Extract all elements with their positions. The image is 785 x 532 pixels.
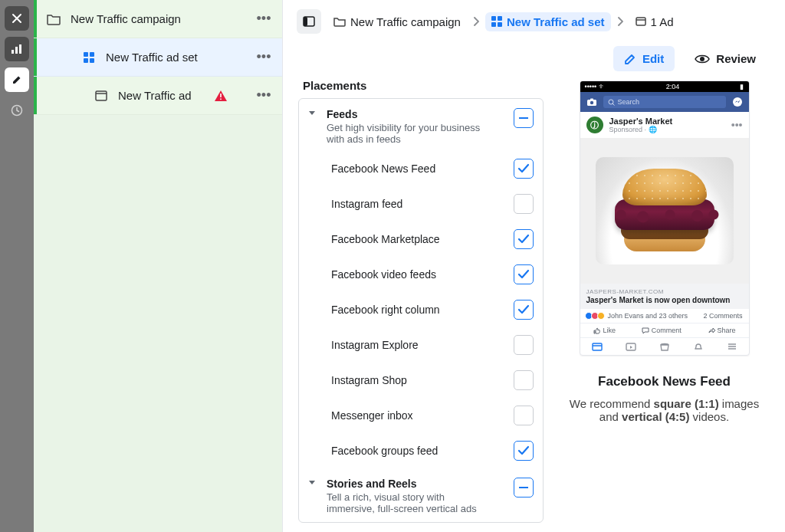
svg-rect-1 xyxy=(15,47,18,54)
check-icon xyxy=(517,234,530,245)
placement-item[interactable]: Facebook groups feed xyxy=(299,433,543,468)
edit-button[interactable]: Edit xyxy=(613,46,675,71)
placements-panel: Feeds Get high visibility for your busin… xyxy=(298,98,544,523)
placement-item[interactable]: Messenger inbox xyxy=(299,398,543,433)
placement-checkbox[interactable] xyxy=(514,264,534,284)
share-action: Share xyxy=(708,327,736,334)
group-title: Feeds xyxy=(327,108,488,120)
group-text: Stories and Reels Tell a rich, visual st… xyxy=(327,478,488,514)
placement-item-label: Facebook News Feed xyxy=(331,163,435,175)
tree-item-adset[interactable]: New Traffic ad set ••• xyxy=(34,38,282,77)
check-icon xyxy=(517,304,530,315)
pencil-icon xyxy=(624,53,636,65)
placement-item-label: Instagram feed xyxy=(331,198,402,210)
post-meta: Jasper's Market Sponsored · 🌐 xyxy=(609,117,673,133)
breadcrumb-adset[interactable]: New Traffic ad set xyxy=(485,12,611,31)
chevron-right-icon xyxy=(617,17,623,26)
breadcrumb-ad[interactable]: 1 Ad xyxy=(629,12,680,31)
caret-down-icon[interactable] xyxy=(308,480,319,486)
svg-line-25 xyxy=(613,103,615,106)
camera-icon xyxy=(586,97,597,107)
history-button[interactable] xyxy=(5,98,29,123)
comment-action: Comment xyxy=(642,327,682,334)
placement-item[interactable]: Facebook Marketplace xyxy=(299,222,543,257)
placement-checkbox[interactable] xyxy=(514,441,534,461)
placement-item-label: Instagram Explore xyxy=(331,339,419,351)
tree-item-menu[interactable]: ••• xyxy=(255,87,273,103)
breadcrumb-label: New Traffic ad set xyxy=(507,15,605,28)
share-icon xyxy=(708,327,715,334)
svg-rect-27 xyxy=(593,343,602,350)
group-desc: Get high visibility for your business wi… xyxy=(327,122,488,145)
post-menu-icon: ••• xyxy=(731,119,743,131)
placement-item-label: Facebook groups feed xyxy=(331,445,438,457)
caret-down-icon[interactable] xyxy=(308,110,319,117)
placement-checkbox[interactable] xyxy=(514,335,534,355)
preview-column: ••••• ᯤ 2:04 ▮ Search xyxy=(559,79,770,523)
group-text: Feeds Get high visibility for your busin… xyxy=(327,108,488,145)
advertiser-name: Jasper's Market xyxy=(609,117,673,126)
svg-rect-11 xyxy=(220,98,222,100)
tree-item-label: New Traffic campaign xyxy=(71,12,181,25)
tree-accent xyxy=(34,38,37,76)
ad-icon xyxy=(94,88,109,103)
svg-rect-5 xyxy=(90,52,94,57)
placement-item[interactable]: Facebook News Feed xyxy=(299,151,543,186)
preview-title: Facebook News Feed xyxy=(598,374,731,389)
eye-icon xyxy=(695,54,710,64)
group-header-feeds: Feeds Get high visibility for your busin… xyxy=(299,99,543,151)
reaction-icons xyxy=(586,312,605,320)
phone-tab-bar xyxy=(580,337,749,355)
placement-checkbox[interactable] xyxy=(514,406,534,425)
comment-icon xyxy=(642,327,649,334)
phone-preview: ••••• ᯤ 2:04 ▮ Search xyxy=(580,80,750,356)
svg-rect-13 xyxy=(304,17,307,26)
panel-toggle-button[interactable] xyxy=(297,9,321,34)
post-reactions: John Evans and 23 others 2 Comments xyxy=(580,309,749,323)
svg-rect-23 xyxy=(590,99,593,100)
battery-icon: ▮ xyxy=(740,83,744,90)
placement-checkbox[interactable] xyxy=(514,370,534,390)
group-mixed-checkbox[interactable] xyxy=(514,108,534,128)
tree-item-menu[interactable]: ••• xyxy=(255,49,273,65)
placements-column: Placements Feeds Get high visibility for… xyxy=(298,79,544,523)
placement-checkbox[interactable] xyxy=(514,229,534,249)
placement-item[interactable]: Facebook right column xyxy=(299,292,543,327)
folder-icon xyxy=(46,11,61,27)
svg-point-20 xyxy=(700,57,705,61)
group-title: Stories and Reels xyxy=(327,478,488,490)
placement-item[interactable]: Instagram Stories xyxy=(299,521,543,523)
edit-rail-button[interactable] xyxy=(5,67,29,92)
tree-item-ad[interactable]: New Traffic ad ••• xyxy=(34,77,282,115)
svg-rect-16 xyxy=(491,22,496,27)
pencil-icon xyxy=(11,74,22,85)
group-header-stories: Stories and Reels Tell a rich, visual st… xyxy=(299,468,543,521)
placement-checkbox[interactable] xyxy=(514,159,534,179)
tree-item-menu[interactable]: ••• xyxy=(255,11,273,27)
structure-tree: New Traffic campaign ••• New Traffic ad … xyxy=(34,0,283,532)
group-mixed-checkbox[interactable] xyxy=(514,478,534,498)
tree-item-campaign[interactable]: New Traffic campaign ••• xyxy=(34,0,282,38)
placement-item[interactable]: Instagram Shop xyxy=(299,363,543,398)
insights-button[interactable] xyxy=(5,37,29,61)
svg-rect-2 xyxy=(19,44,21,54)
review-button[interactable]: Review xyxy=(684,46,767,71)
main-pane: New Traffic campaign New Traffic ad set … xyxy=(283,0,785,532)
placement-item-label: Facebook video feeds xyxy=(331,268,436,281)
placement-checkbox[interactable] xyxy=(514,300,534,320)
preview-recommendation: We recommend square (1:1) images and ver… xyxy=(565,397,764,423)
breadcrumb-campaign[interactable]: New Traffic campaign xyxy=(327,12,467,31)
placement-item[interactable]: Instagram feed xyxy=(299,186,543,222)
close-button[interactable] xyxy=(5,6,29,31)
left-rail xyxy=(0,0,34,532)
breadcrumb-label: New Traffic campaign xyxy=(350,15,461,28)
phone-topbar: Search xyxy=(580,92,749,112)
chevron-right-icon xyxy=(473,17,479,26)
check-icon xyxy=(517,445,530,456)
placement-checkbox[interactable] xyxy=(514,194,534,214)
svg-rect-17 xyxy=(498,22,502,27)
placement-item[interactable]: Facebook video feeds xyxy=(299,257,543,292)
placement-item-label: Messenger inbox xyxy=(331,409,413,422)
placement-item[interactable]: Instagram Explore xyxy=(299,327,543,363)
svg-rect-0 xyxy=(11,50,14,54)
